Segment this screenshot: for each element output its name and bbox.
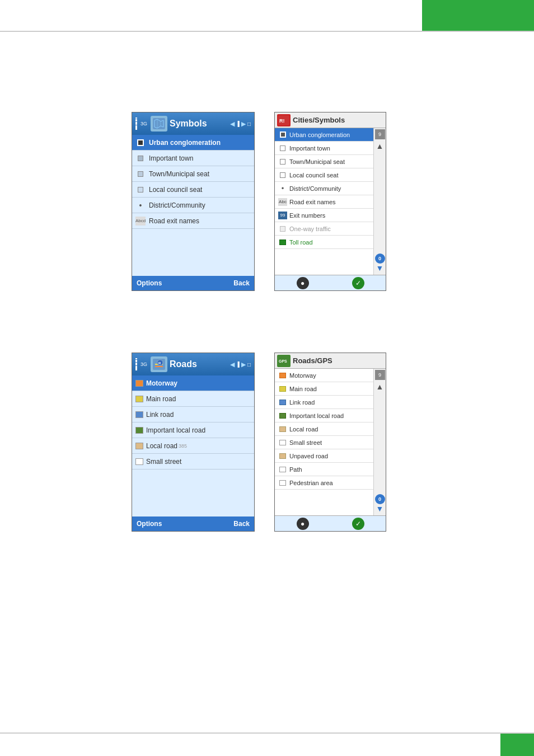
town-municipal-icon xyxy=(135,170,146,179)
cities-item-town-municipal[interactable]: Town/Municipal seat xyxy=(275,155,373,168)
roads-item-local-road[interactable]: Local road 385 xyxy=(132,438,254,454)
symbol-item-important-town[interactable]: Important town xyxy=(132,151,254,166)
cities-road-exit-icon: Abc xyxy=(278,198,287,206)
gps-unpaved-road-label: Unpaved road xyxy=(289,453,328,459)
cities-scroll-down[interactable]: ▼ xyxy=(376,264,384,273)
gps-item-pedestrian[interactable]: Pedestrian area xyxy=(275,476,373,490)
roads-item-main-road[interactable]: Main road xyxy=(132,391,254,407)
roads-gps-body: Motorway Main road Link road xyxy=(275,369,386,515)
roads-item-small-street[interactable]: Small street xyxy=(132,454,254,469)
roads-screen: 3G R Roads ◀ ▐ ▶ □ Motorway xyxy=(132,353,255,532)
small-street-color xyxy=(135,458,143,465)
cities-item-urban[interactable]: Urban conglomeration xyxy=(275,128,373,142)
menu-icon[interactable]: □ xyxy=(247,121,251,127)
nav-prev-icon[interactable]: ◀ xyxy=(230,120,235,128)
top-divider xyxy=(0,31,534,32)
cities-item-exit-numbers[interactable]: 99 Exit numbers xyxy=(275,209,373,222)
cities-items-container: Urban conglomeration Important town Town… xyxy=(275,128,373,249)
link-road-color xyxy=(135,411,143,418)
cities-ok-btn[interactable]: ✓ xyxy=(352,277,364,289)
roads-options-btn[interactable]: Options xyxy=(137,520,162,528)
roads-gps-page-num: 9 xyxy=(375,370,385,380)
urban-label: Urban conglomeration xyxy=(149,139,221,147)
roads-title: Roads xyxy=(170,359,228,369)
gps-motorway-icon xyxy=(278,372,287,379)
roads-gps-cancel-btn[interactable]: ● xyxy=(297,518,309,530)
symbols-header-icon xyxy=(151,116,167,132)
cities-town-municipal-icon xyxy=(278,158,287,166)
cities-item-one-way[interactable]: One-way traffic xyxy=(275,222,373,236)
symbols-list: Urban conglomeration Important town Town… xyxy=(132,135,254,277)
roads-gps-scroll-up[interactable]: ▲ xyxy=(376,382,384,391)
main-road-color xyxy=(135,396,143,402)
small-street-label: Small street xyxy=(146,458,181,466)
gps-item-motorway[interactable]: Motorway xyxy=(275,369,373,382)
cities-scroll-up[interactable]: ▲ xyxy=(376,142,384,151)
roads-gps-side-controls: 9 ▲ 0 ▼ xyxy=(373,369,386,515)
cities-one-way-icon xyxy=(278,225,287,233)
cities-page-num: 9 xyxy=(375,129,385,139)
roads-gps-circle-num: 0 xyxy=(375,494,385,504)
gps-important-local-icon xyxy=(278,412,287,420)
gps-pedestrian-icon xyxy=(278,479,287,487)
symbols-title: Symbols xyxy=(170,119,228,129)
svg-text:R!: R! xyxy=(279,118,285,124)
cities-item-toll-road[interactable]: Toll road xyxy=(275,236,373,249)
symbol-item-road-exit[interactable]: Abcd Road exit names xyxy=(132,213,254,229)
signal-bar-4 xyxy=(135,125,137,130)
symbols-options-btn[interactable]: Options xyxy=(137,279,162,287)
gps-item-small-street[interactable]: Small street xyxy=(275,436,373,449)
road-exit-label: Road exit names xyxy=(149,217,199,225)
gps-item-main-road[interactable]: Main road xyxy=(275,382,373,396)
cities-header-icon: R! xyxy=(277,114,291,126)
cities-local-council-icon xyxy=(278,171,287,179)
gps-main-road-icon xyxy=(278,385,287,393)
cities-item-road-exit[interactable]: Abc Road exit names xyxy=(275,195,373,209)
roads-nav-next[interactable]: ▶ xyxy=(241,361,246,368)
signal-bar-2 xyxy=(135,119,137,121)
cities-district-icon: • xyxy=(278,185,287,192)
nav-next-icon[interactable]: ▶ xyxy=(241,120,246,128)
separator-icon: ▐ xyxy=(236,121,240,126)
roads-nav-prev[interactable]: ◀ xyxy=(230,361,235,368)
cities-district-label: District/Community xyxy=(289,185,341,192)
motorway-label: Motorway xyxy=(146,379,177,387)
symbol-item-local-council[interactable]: Local council seat xyxy=(132,182,254,198)
roads-item-link-road[interactable]: Link road xyxy=(132,407,254,422)
roads-gps-screen: GPS Roads/GPS Motorway Main road xyxy=(274,353,386,532)
gps-local-road-label: Local road xyxy=(289,426,318,433)
gps-item-path[interactable]: Path xyxy=(275,463,373,476)
cities-item-local-council[interactable]: Local council seat xyxy=(275,168,373,182)
cities-cancel-btn[interactable]: ● xyxy=(297,277,309,289)
gps-link-road-icon xyxy=(278,398,287,406)
gps-local-road-icon xyxy=(278,425,287,433)
symbol-item-urban[interactable]: Urban conglomeration xyxy=(132,135,254,151)
gps-item-important-local[interactable]: Important local road xyxy=(275,409,373,422)
bottom-green-bar xyxy=(500,734,534,756)
cities-town-municipal-label: Town/Municipal seat xyxy=(289,158,345,165)
important-local-color xyxy=(135,427,143,434)
gps-item-local-road[interactable]: Local road xyxy=(275,422,373,436)
gps-item-unpaved-road[interactable]: Unpaved road xyxy=(275,449,373,463)
roads-item-motorway[interactable]: Motorway xyxy=(132,375,254,391)
roads-signal-label: 3G xyxy=(140,361,147,367)
cities-screen: R! Cities/Symbols Urban conglomeration I… xyxy=(274,112,386,291)
roads-item-important-local[interactable]: Important local road xyxy=(132,422,254,438)
roads-gps-scroll-down[interactable]: ▼ xyxy=(376,504,384,513)
map-icon xyxy=(153,118,165,129)
symbol-item-town-municipal[interactable]: Town/Municipal seat xyxy=(132,166,254,182)
important-town-label: Important town xyxy=(149,154,193,162)
roads-back-btn[interactable]: Back xyxy=(233,520,250,528)
motorway-color xyxy=(135,380,143,387)
bottom-divider xyxy=(0,732,534,734)
symbol-item-district[interactable]: • District/Community xyxy=(132,198,254,213)
cities-item-important-town[interactable]: Important town xyxy=(275,142,373,155)
gps-important-local-label: Important local road xyxy=(289,412,344,419)
symbols-back-btn[interactable]: Back xyxy=(233,279,250,287)
gps-item-link-road[interactable]: Link road xyxy=(275,396,373,409)
roads-gps-ok-btn[interactable]: ✓ xyxy=(352,518,364,530)
roads-menu-icon[interactable]: □ xyxy=(247,361,251,368)
cities-item-district[interactable]: • District/Community xyxy=(275,182,373,195)
roads-list: Motorway Main road Link road Important l… xyxy=(132,375,254,518)
roads-header-icons: ◀ ▐ ▶ □ xyxy=(230,361,251,368)
